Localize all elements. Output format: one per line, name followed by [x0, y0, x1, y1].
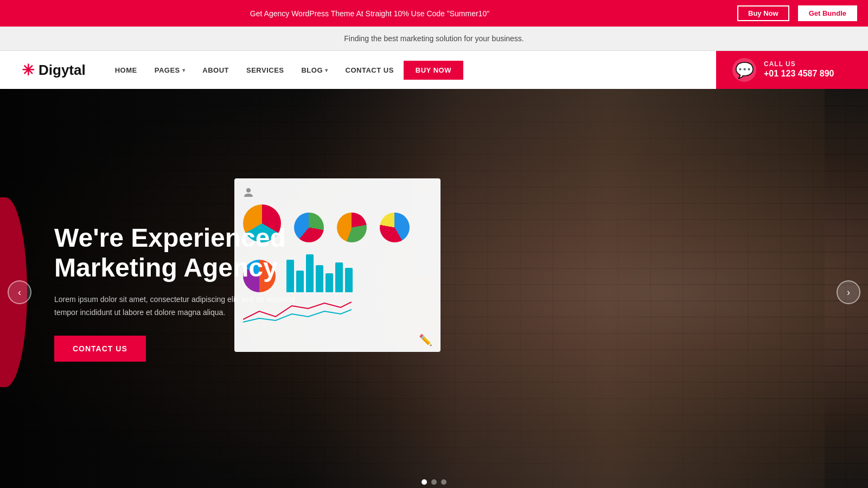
carousel-dots — [422, 479, 446, 485]
chat-icon: 💬 — [732, 58, 756, 82]
svg-point-0 — [246, 188, 251, 192]
buy-now-nav-button[interactable]: BUY NOW — [404, 61, 463, 80]
announcement-text: Get Agency WordPress Theme At Straight 1… — [11, 9, 729, 18]
header: ✳ Digytal HOME PAGES ▾ ABOUT SERVICES BL… — [0, 51, 868, 89]
bar-6 — [335, 262, 343, 292]
chevron-down-icon: ▾ — [182, 67, 186, 73]
sub-announcement-text: Finding the best marketing solution for … — [344, 34, 524, 43]
buy-now-announcement-button[interactable]: Buy Now — [737, 5, 789, 21]
carousel-prev-button[interactable]: ‹ — [8, 280, 31, 304]
hero-section: ✏️ We're Experienced Marketing Agency Lo… — [0, 89, 868, 488]
bar-7 — [345, 268, 353, 292]
nav-home[interactable]: HOME — [107, 62, 145, 79]
get-bundle-button[interactable]: Get Bundle — [798, 5, 857, 21]
nav-about[interactable]: ABOUT — [195, 62, 237, 79]
call-us-text: CALL US +01 123 4587 890 — [764, 60, 834, 80]
hero-description: Lorem ipsum dolor sit amet, consectetur … — [54, 293, 315, 319]
carousel-dot-3[interactable] — [441, 479, 446, 485]
nav-pages[interactable]: PAGES ▾ — [147, 62, 193, 79]
announcement-bar: Get Agency WordPress Theme At Straight 1… — [0, 0, 868, 27]
nav-contact-us[interactable]: CONTACT US — [338, 62, 401, 79]
person-icon — [243, 187, 254, 198]
logo-text: Digytal — [39, 62, 86, 79]
carousel-next-button[interactable]: › — [837, 280, 860, 304]
hero-title: We're Experienced Marketing Agency — [54, 223, 336, 282]
carousel-dot-1[interactable] — [422, 479, 427, 485]
call-us-bar: 💬 CALL US +01 123 4587 890 — [716, 51, 868, 89]
hero-content: We're Experienced Marketing Agency Lorem… — [54, 223, 336, 362]
chevron-down-icon: ▾ — [325, 67, 328, 73]
chevron-left-icon: ‹ — [18, 287, 21, 298]
pen-icon: ✏️ — [419, 333, 432, 346]
pie-chart-3 — [337, 213, 367, 242]
call-us-label: CALL US — [764, 60, 834, 69]
nav-services[interactable]: SERVICES — [239, 62, 292, 79]
contact-us-hero-button[interactable]: CONTACT US — [54, 336, 146, 362]
nav-blog[interactable]: BLOG ▾ — [293, 62, 335, 79]
pie-chart-4 — [380, 213, 410, 242]
logo-star-icon: ✳ — [22, 61, 34, 79]
carousel-dot-2[interactable] — [431, 479, 437, 485]
sub-announcement-bar: Finding the best marketing solution for … — [0, 27, 868, 51]
logo[interactable]: ✳ Digytal — [22, 61, 86, 79]
call-us-number: +01 123 4587 890 — [764, 68, 834, 80]
chevron-right-icon: › — [847, 287, 850, 298]
